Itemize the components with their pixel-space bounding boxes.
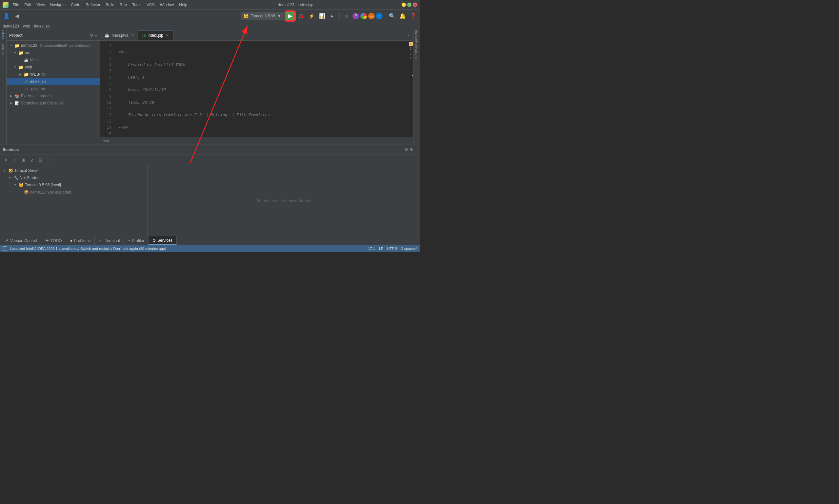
help-btn[interactable]: ❓ xyxy=(409,12,418,21)
project-icon[interactable]: Project xyxy=(1,30,5,39)
status-position[interactable]: 17:1 xyxy=(368,247,375,251)
bottom-tab-version-control[interactable]: ⎇ Version Control xyxy=(0,236,41,245)
arrow-tomcat-instance: ▼ xyxy=(13,183,17,187)
tree-item-main[interactable]: ☕ Main xyxy=(6,56,100,64)
problems-label: Problems xyxy=(74,238,91,243)
status-indent[interactable]: 2 spaces* xyxy=(401,247,417,251)
menu-file[interactable]: File xyxy=(11,2,21,8)
tree-item-indexjsp[interactable]: JS index.jsp xyxy=(6,78,100,85)
breadcrumb-web[interactable]: web xyxy=(23,24,30,29)
back-btn[interactable]: ◀ xyxy=(13,12,22,21)
maximize-button[interactable]: □ xyxy=(407,3,411,7)
label-tomcat-server: Tomcat Server xyxy=(14,168,40,173)
tree-item-extlib[interactable]: ▶ 📚 External Libraries xyxy=(6,92,100,100)
editor-tab-bar: ☕ Main.java ✕ JS index.jsp ✕ ⋮ xyxy=(100,30,413,41)
tab-close-index[interactable]: ✕ xyxy=(165,33,170,38)
status-line-ending[interactable]: LF xyxy=(379,247,383,251)
menu-view[interactable]: View xyxy=(34,2,47,8)
svc-tree-item-tomcat-instance[interactable]: ▼ 🐱 Tomcat 8.5.96 [local] xyxy=(0,181,147,188)
scratch-icon: 📝 xyxy=(14,101,20,105)
more-run-button[interactable]: ▸ xyxy=(328,12,337,21)
coverage-button[interactable]: ⚡ xyxy=(307,12,316,21)
menu-tools[interactable]: Tools xyxy=(130,2,143,8)
firefox-icon[interactable]: 🦊 xyxy=(368,13,375,19)
menu-build[interactable]: Build xyxy=(103,2,117,8)
services-panel-header: Services ⊕ ⚙ – xyxy=(0,144,420,155)
bottom-tab-terminal[interactable]: >_ Terminal xyxy=(95,236,124,245)
status-encoding[interactable]: UTF-8 xyxy=(387,247,397,251)
menu-navigate[interactable]: Navigate xyxy=(48,2,68,8)
svc-tree-item-not-started[interactable]: ▼ 🔧 Not Started xyxy=(0,174,147,181)
project-settings-icon[interactable]: ⚙ xyxy=(89,33,93,38)
breadcrumb-file[interactable]: index.jsp xyxy=(34,24,50,29)
edge-icon[interactable]: e xyxy=(376,13,383,19)
menu-edit[interactable]: Edit xyxy=(22,2,33,8)
code-editor[interactable]: <%-- Created by IntelliJ IDEA. User: a D… xyxy=(115,41,408,137)
warning-indicator[interactable]: ⚠ xyxy=(409,42,413,46)
notifications-tab[interactable]: Notifications xyxy=(415,41,418,59)
bottom-tab-profiler[interactable]: ≈ Profiler xyxy=(124,236,149,245)
project-header-icons: ⚙ – xyxy=(89,33,97,38)
svc-tree-item-artifact[interactable]: 📦 demo123:war exploded xyxy=(0,188,147,196)
profile-button[interactable]: 📊 xyxy=(318,12,327,21)
services-settings-icon[interactable]: ⚙ xyxy=(410,147,413,152)
jsp-icon-index: JS xyxy=(23,80,29,84)
project-collapse-icon[interactable]: – xyxy=(95,33,97,38)
run-config-selector[interactable]: 🐱 Tomcat 8.5.96 ▼ xyxy=(241,12,284,20)
menu-help[interactable]: Help xyxy=(177,2,189,8)
bottom-tab-todo[interactable]: ☰ TODO xyxy=(41,236,66,245)
toolbar-sep-1 xyxy=(24,13,24,19)
menu-refactor[interactable]: Refactor xyxy=(83,2,103,8)
services-label: Services xyxy=(157,238,172,243)
debug-button[interactable]: 🐞 xyxy=(296,12,306,21)
stop-button[interactable]: ⏹ xyxy=(342,12,351,21)
account-btn[interactable]: 👤 xyxy=(2,12,11,21)
services-placeholder-text: Select service to view details xyxy=(256,198,311,203)
close-button[interactable]: ✕ xyxy=(413,3,417,7)
services-minimize-icon[interactable]: – xyxy=(415,147,417,152)
arrow-scratches: ▶ xyxy=(9,102,13,105)
bottom-tab-problems[interactable]: ● Problems xyxy=(66,236,95,245)
folder-icon-src: 📁 xyxy=(18,50,23,55)
tree-item-webinf[interactable]: ▶ 📁 WEB-INF xyxy=(6,71,100,78)
label-gitignore: .gitignore xyxy=(30,87,46,91)
main-area: Project Structure Project ⚙ – ▼ 📁 demo12… xyxy=(0,30,420,144)
services-refresh-icon[interactable]: ⊕ xyxy=(405,147,408,152)
svc-btn-expand[interactable]: ↕ xyxy=(11,156,18,163)
svc-btn-group[interactable]: ⊞ xyxy=(20,156,27,163)
database-tab[interactable]: Database xyxy=(415,30,418,41)
search-everywhere-btn[interactable]: 🔍 xyxy=(388,12,397,21)
breadcrumb-project[interactable]: demo123 xyxy=(3,24,19,29)
tree-item-demo123[interactable]: ▼ 📁 demo123 C:\Users\a\IdeaProjects\demo… xyxy=(6,42,100,49)
tab-close-main[interactable]: ✕ xyxy=(130,33,135,38)
label-scratches: Scratches and Consoles xyxy=(21,101,64,105)
tree-item-gitignore[interactable]: ⬡ .gitignore xyxy=(6,85,100,92)
tab-main-java[interactable]: ☕ Main.java ✕ xyxy=(101,30,138,40)
svc-btn-search[interactable]: ⊟ xyxy=(37,156,44,163)
structure-icon[interactable]: Structure xyxy=(1,43,5,57)
down-arrow-gutter[interactable]: ▼ xyxy=(409,56,412,59)
notification-btn[interactable]: 🔔 xyxy=(398,12,407,21)
tree-item-src[interactable]: ▼ 📁 src xyxy=(6,49,100,56)
svc-btn-collapse[interactable]: ≡ xyxy=(3,156,10,163)
chrome-icon[interactable] xyxy=(360,13,367,19)
tree-item-web[interactable]: ▼ 📁 web xyxy=(6,64,100,71)
menu-run[interactable]: Run xyxy=(117,2,129,8)
bottom-tab-services[interactable]: ⊙ Services xyxy=(149,236,177,245)
tree-item-scratches[interactable]: ▶ 📝 Scratches and Consoles xyxy=(6,100,100,107)
minimize-button[interactable]: ─ xyxy=(401,3,406,7)
status-checkbox[interactable] xyxy=(3,246,7,251)
menu-window[interactable]: Window xyxy=(158,2,176,8)
svc-btn-filter[interactable]: ⊿ xyxy=(28,156,35,163)
up-arrow-gutter[interactable]: ▲ xyxy=(409,52,412,56)
menu-code[interactable]: Code xyxy=(69,2,83,8)
svc-tree-item-tomcat-server[interactable]: ▼ 🐱 Tomcat Server xyxy=(0,167,147,174)
pycharm-browser-icon[interactable]: P xyxy=(353,13,359,19)
warning-count[interactable]: 1 xyxy=(410,47,411,50)
tab-more-button[interactable]: ⋮ xyxy=(404,33,413,38)
breadcrumb-sep-1: › xyxy=(20,24,22,29)
run-button[interactable]: ▶ xyxy=(285,11,295,21)
menu-vcs[interactable]: VCS xyxy=(144,2,157,8)
tab-index-jsp[interactable]: JS index.jsp ✕ xyxy=(138,30,173,40)
svc-btn-add[interactable]: + xyxy=(45,156,52,163)
